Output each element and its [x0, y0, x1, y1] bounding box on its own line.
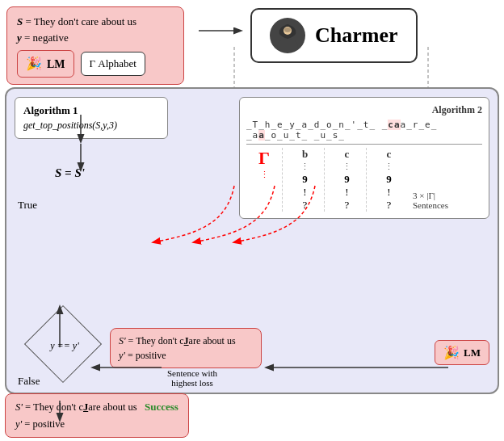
col2-q: ? — [345, 199, 350, 212]
letter-col-1: b ⋮ 9 ! ? — [282, 148, 324, 212]
input-label: y = negative — [17, 30, 174, 46]
sparkle-icon-small: 🎉 — [443, 345, 460, 360]
charmer-icon — [270, 18, 305, 53]
col3-q: ? — [387, 199, 392, 212]
input-sentence: S = They don't care about us — [17, 14, 174, 30]
col1-dots: ⋮ — [300, 161, 309, 173]
output-line2: y' = positive — [15, 416, 178, 432]
lm-label-top: LM — [47, 56, 65, 73]
gamma-column: Γ ⋮ — [246, 148, 282, 180]
algo2-box: Algorithm 2 _T_h_e_y_a_d_o_n_'_t_ _caa_r… — [239, 97, 489, 219]
diamond-container: y == y' — [36, 317, 94, 375]
col1-letter: b — [302, 148, 308, 161]
algo1-box: Algorithm 1 get_top_positions(S,y,3) — [15, 97, 168, 139]
lm-small-label: LM — [464, 346, 481, 359]
gamma-symbol: Γ — [258, 148, 270, 169]
input-box: S = They don't care about us y = negativ… — [6, 6, 184, 85]
alphabet-label: Γ Alphabet — [90, 57, 136, 69]
col3-dots: ⋮ — [384, 161, 393, 173]
algo2-label: Algorithm 2 — [246, 104, 482, 116]
diamond-label: y == y' — [50, 340, 78, 352]
lm-box-top: 🎉 LM — [17, 50, 74, 78]
alphabet-box: Γ Alphabet — [81, 52, 145, 76]
charmer-box: Charmer — [250, 8, 418, 63]
sentence-line2: y' = positive — [119, 348, 253, 363]
col2-bang: ! — [345, 186, 348, 199]
highest-loss-label: Sentence withhighest loss — [128, 368, 257, 388]
col3-letter: c — [387, 148, 392, 161]
col1-bang: ! — [303, 186, 306, 199]
success-label: Success — [145, 401, 178, 413]
true-label: True — [18, 199, 37, 212]
sentence-box: S' = They don't cJare about us y' = posi… — [110, 328, 262, 368]
col1-num: 9 — [302, 173, 308, 186]
col1-q: ? — [303, 199, 308, 212]
col2-num: 9 — [344, 173, 350, 186]
false-label: False — [18, 375, 40, 388]
output-box: S' = They don't cJare about us Success y… — [5, 393, 189, 438]
letter-col-2: c ⋮ 9 ! ? — [324, 148, 366, 212]
s-equals-s-prime: S = S' — [55, 166, 85, 180]
lm-box-small: 🎉 LM — [435, 340, 489, 365]
col2-dots: ⋮ — [342, 161, 351, 173]
col2-letter: c — [345, 148, 350, 161]
sentence-line1: S' = They don't cJare about us — [119, 334, 253, 348]
gamma-dots: ⋮ — [260, 169, 269, 180]
sentences-label: 3 × |Γ|Sentences — [413, 191, 448, 212]
svg-point-11 — [284, 27, 291, 32]
col3-bang: ! — [387, 186, 390, 199]
output-line1: S' = They don't cJare about us Success — [15, 399, 178, 416]
sequence-text: _T_h_e_y_a_d_o_n_'_t_ _caa_r_e_ _aa_o_u_… — [246, 120, 482, 145]
col3-num: 9 — [386, 173, 392, 186]
algo1-title: Algorithm 1 — [23, 104, 159, 117]
sparkle-icon: 🎉 — [26, 54, 42, 74]
letter-col-3: c ⋮ 9 ! ? — [366, 148, 408, 212]
columns-container: Γ ⋮ b ⋮ 9 ! ? c ⋮ 9 ! ? c ⋮ — [246, 148, 482, 212]
algo1-func: get_top_positions(S,y,3) — [23, 120, 159, 132]
charmer-title: Charmer — [315, 23, 398, 48]
main-algorithm-box: Algorithm 2 _T_h_e_y_a_d_o_n_'_t_ _caa_r… — [5, 87, 499, 394]
